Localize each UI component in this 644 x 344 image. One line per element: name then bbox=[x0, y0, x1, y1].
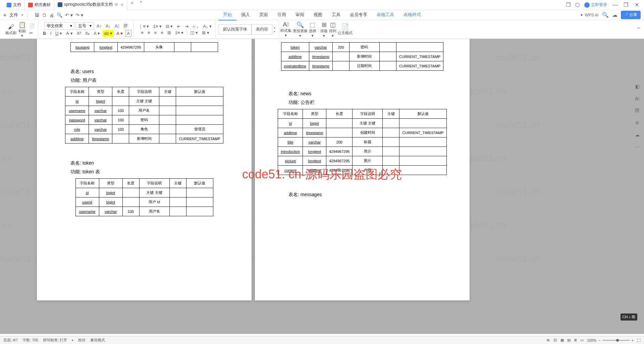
font-color-button[interactable]: A ▾ bbox=[92, 30, 101, 37]
align-center-button[interactable]: ≡ bbox=[146, 30, 152, 36]
font-color2-button[interactable]: A ▾ bbox=[115, 30, 124, 37]
format-brush-button[interactable]: 🖌格式刷 bbox=[5, 23, 16, 36]
document-canvas[interactable]: code51.cncode51.cncode51.cncode51.cncode… bbox=[0, 39, 644, 334]
print-preview-icon[interactable]: 🗋 bbox=[42, 12, 47, 18]
bold-button[interactable]: B bbox=[42, 30, 47, 37]
cube-icon[interactable]: ⬡ bbox=[575, 2, 580, 8]
zoom-slider[interactable] bbox=[603, 340, 630, 341]
style-down-icon[interactable]: ▾ bbox=[274, 30, 275, 33]
styles-set-button[interactable]: Aͣ样式集 ▾ bbox=[280, 21, 291, 38]
text-direction-button[interactable]: ⟐ ▾ bbox=[191, 23, 201, 30]
ribbon-tab-review[interactable]: 审阅 bbox=[291, 10, 309, 20]
increase-font-icon[interactable]: A↑ bbox=[95, 23, 103, 29]
login-button[interactable]: 立即登录 bbox=[584, 2, 607, 8]
bullets-button[interactable]: ⋮≡ ▾ bbox=[137, 23, 150, 30]
side-nav-icon[interactable]: ◧ bbox=[633, 82, 641, 91]
undo-icon[interactable]: ↶ ▾ bbox=[65, 12, 73, 18]
tab-doc[interactable]: 文档 bbox=[3, 0, 25, 10]
view-web-icon[interactable]: ▤ bbox=[567, 338, 571, 342]
zoom-in-button[interactable]: + bbox=[632, 338, 634, 342]
file-dropdown[interactable]: ▾ bbox=[21, 13, 23, 17]
view-outline-icon[interactable]: ≣ bbox=[574, 338, 577, 342]
highlight-button[interactable]: ab ▾ bbox=[103, 30, 114, 37]
distribute-button[interactable]: ⊞ bbox=[166, 30, 172, 36]
side-check-icon[interactable]: ⊘ bbox=[633, 119, 641, 127]
hamburger-icon[interactable]: ≡ bbox=[3, 12, 6, 18]
align-left-button[interactable]: ≡ bbox=[140, 30, 145, 36]
wps-ai-button[interactable]: ✦ WPS AI bbox=[580, 13, 598, 17]
fullscreen-icon[interactable]: ⛶ bbox=[637, 338, 641, 342]
sort-button[interactable]: A↓ ▾ bbox=[202, 23, 213, 30]
minimize-button[interactable]: — bbox=[611, 1, 619, 9]
italic-button[interactable]: I bbox=[49, 30, 53, 37]
tab-docker[interactable]: 稻壳素材 bbox=[25, 0, 54, 10]
ribbon-tab-insert[interactable]: 插入 bbox=[236, 10, 255, 20]
indent-left-button[interactable]: ⇤ bbox=[176, 23, 182, 30]
arrange-button[interactable]: ◫排列 ▾ bbox=[329, 21, 336, 38]
search-icon[interactable]: 🔍 bbox=[602, 12, 609, 18]
ribbon-tab-table-tools[interactable]: 表格工具 bbox=[372, 10, 399, 20]
view-eye-icon[interactable]: 👁 bbox=[546, 338, 550, 342]
style-up-icon[interactable]: ▴ bbox=[274, 26, 275, 29]
side-style-icon[interactable]: Aͣ bbox=[633, 95, 641, 103]
official-button[interactable]: 📄公文模式 bbox=[338, 23, 353, 36]
refresh-icon[interactable]: ⟳ bbox=[115, 2, 118, 7]
align-justify-button[interactable]: ≡ bbox=[159, 30, 165, 36]
status-compat[interactable]: 兼容模式 bbox=[90, 338, 105, 343]
phonetic-icon[interactable]: 拼 bbox=[122, 22, 129, 30]
cloud-icon[interactable]: ☁ bbox=[612, 12, 618, 18]
redo-icon[interactable]: ↷ ▾ bbox=[75, 12, 83, 18]
subscript-button[interactable]: X₂ bbox=[84, 30, 91, 37]
status-spell[interactable]: 拼写检查: 打开 bbox=[43, 338, 67, 343]
close-button[interactable]: ✕ bbox=[633, 1, 641, 9]
status-proof[interactable]: 校对 bbox=[78, 338, 86, 343]
collapse-ribbon-icon[interactable]: ⌃ bbox=[636, 26, 641, 33]
zoom-out-button[interactable]: − bbox=[598, 338, 600, 342]
font-select[interactable]: 华文仿宋▾ bbox=[44, 22, 74, 30]
ribbon-tab-tools[interactable]: 工具 bbox=[327, 10, 345, 20]
outline-button[interactable]: ⊟ ▾ bbox=[164, 23, 174, 30]
close-icon[interactable]: × bbox=[121, 2, 123, 7]
shading-button[interactable]: ◫ ▾ bbox=[189, 30, 199, 36]
ribbon-tab-ref[interactable]: 引用 bbox=[273, 10, 291, 20]
side-limit-icon[interactable]: 限 bbox=[633, 107, 641, 115]
borders-button[interactable]: ⊞ ▾ bbox=[201, 30, 211, 36]
ribbon-tab-page[interactable]: 页面 bbox=[255, 10, 273, 20]
cut-button[interactable]: ✂ bbox=[28, 30, 36, 36]
tab-dropdown[interactable]: ▾ bbox=[137, 0, 145, 10]
zoom-value[interactable]: 100% bbox=[587, 338, 596, 342]
copy-button[interactable]: 📄 bbox=[28, 23, 36, 29]
copy-icon[interactable]: ❐ bbox=[566, 2, 571, 8]
find-replace-button[interactable]: 🔍查找替换 ▾ bbox=[293, 21, 308, 38]
status-words[interactable]: 字数: 705 bbox=[22, 338, 38, 343]
tab-springboot[interactable]: springbootiz35p数据库文档⟳× bbox=[54, 0, 127, 10]
ribbon-tab-member[interactable]: 会员专享 bbox=[345, 10, 372, 20]
maximize-button[interactable]: ❐ bbox=[622, 1, 630, 9]
style-default[interactable]: 默认段落字体 bbox=[219, 24, 252, 35]
layout-button[interactable]: ⊞排版 ▾ bbox=[320, 21, 328, 38]
underline-button[interactable]: U ▾ bbox=[54, 30, 63, 37]
style-table-content[interactable]: 表内容 bbox=[252, 24, 272, 35]
ribbon-tab-start[interactable]: 开始 bbox=[218, 10, 236, 20]
decrease-font-icon[interactable]: A↓ bbox=[104, 23, 112, 29]
size-select[interactable]: 五号▾ bbox=[76, 22, 94, 30]
print-icon[interactable]: 🖨 bbox=[49, 12, 54, 18]
line-spacing-button[interactable]: ‡≡ ▾ bbox=[174, 30, 185, 36]
ribbon-tab-view[interactable]: 视图 bbox=[309, 10, 327, 20]
tab-add-button[interactable]: + bbox=[127, 0, 137, 10]
save-icon[interactable]: 🖫 bbox=[35, 12, 39, 18]
strikethrough-button[interactable]: A̶ ▾ bbox=[65, 30, 74, 37]
view-read-icon[interactable]: ▭ bbox=[580, 338, 584, 342]
view-text-icon[interactable]: 目 bbox=[553, 338, 557, 343]
preview-icon[interactable]: 🔍 bbox=[57, 12, 62, 18]
char-shade-button[interactable]: A bbox=[125, 30, 132, 37]
paste-button[interactable]: 📋粘贴 ▾ bbox=[18, 21, 26, 38]
side-cloud-icon[interactable]: ☁ bbox=[633, 131, 641, 139]
status-page[interactable]: 页面: 4/7 bbox=[3, 338, 18, 343]
indent-right-button[interactable]: ⇥ bbox=[183, 23, 190, 30]
numbering-button[interactable]: 1≡ ▾ bbox=[152, 23, 163, 30]
superscript-button[interactable]: X² bbox=[75, 30, 83, 37]
side-more-icon[interactable]: ⋯ bbox=[633, 143, 641, 151]
align-right-button[interactable]: ≡ bbox=[153, 30, 158, 36]
select-button[interactable]: ⬚选择 ▾ bbox=[309, 21, 316, 38]
